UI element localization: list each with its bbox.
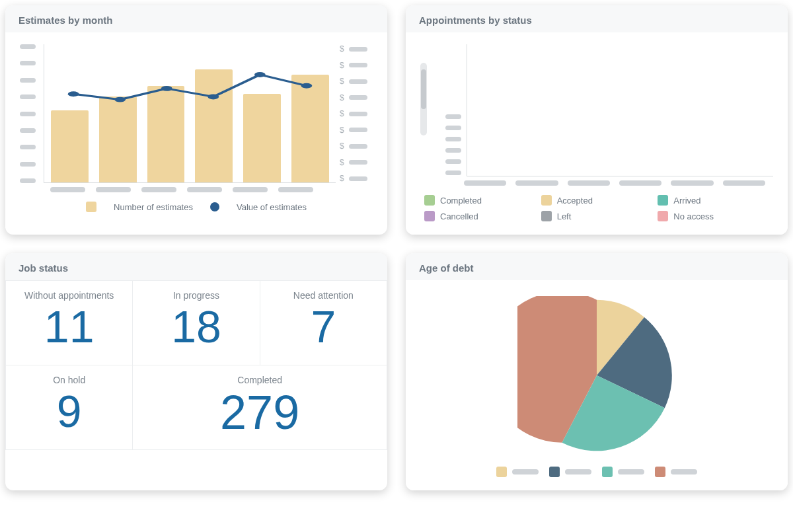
jobstatus-grid: Without appointments 11 In progress 18 N… (5, 280, 387, 450)
legend-swatch-completed (424, 195, 435, 206)
legend-swatch-left (541, 211, 552, 221)
appointments-card: Appointments by status (406, 5, 788, 235)
estimates-y-left-axis (20, 44, 40, 183)
legend-swatch-pie-d (655, 467, 665, 477)
estimates-plot-area (44, 44, 336, 183)
estimates-bar (291, 75, 329, 182)
legend-swatch-pie-a (496, 467, 507, 477)
appointments-title: Appointments by status (406, 5, 788, 32)
estimates-x-axis (20, 183, 373, 192)
appointments-x-axis (420, 176, 773, 186)
legend-swatch-arrived (658, 195, 668, 206)
estimates-y-right-axis: $ $ $ $ $ $ $ $ $ (340, 44, 373, 183)
jobstatus-cell-without-appointments[interactable]: Without appointments 11 (6, 281, 133, 365)
legend-swatch-bars (86, 202, 96, 212)
appointments-chart (420, 44, 773, 176)
legend-swatch-line (210, 202, 219, 211)
jobstatus-card: Job status Without appointments 11 In pr… (5, 253, 387, 490)
jobstatus-cell-need-attention[interactable]: Need attention 7 (260, 281, 387, 365)
legend-swatch-pie-c (602, 467, 613, 477)
jobstatus-title: Job status (5, 253, 387, 280)
svg-point-4 (254, 72, 266, 77)
estimates-bar (99, 96, 137, 182)
legend-swatch-cancelled (424, 211, 435, 221)
legend-label-line: Value of estimates (237, 202, 307, 212)
ageofdebt-pie (420, 292, 773, 457)
svg-point-0 (68, 91, 79, 96)
jobstatus-cell-on-hold[interactable]: On hold 9 (6, 365, 133, 450)
estimates-title: Estimates by month (5, 5, 387, 32)
ageofdebt-title: Age of debt (406, 253, 788, 280)
jobstatus-cell-in-progress[interactable]: In progress 18 (133, 281, 260, 365)
legend-swatch-pie-b (549, 467, 560, 477)
estimates-bar (243, 94, 281, 182)
appointments-plot-area (467, 44, 773, 176)
ageofdebt-legend (420, 457, 773, 477)
legend-swatch-accepted (541, 195, 552, 206)
appointments-y-axis (435, 44, 461, 176)
appointments-scrollbar[interactable] (420, 44, 430, 176)
legend-label-bars: Number of estimates (114, 202, 193, 212)
estimates-bar (147, 86, 185, 182)
estimates-bar (51, 110, 89, 182)
estimates-chart: $ $ $ $ $ $ $ $ $ (20, 44, 373, 183)
jobstatus-cell-completed[interactable]: Completed 279 (133, 365, 387, 450)
appointments-legend: Completed Accepted Arrived Cancelled Lef… (420, 186, 773, 221)
ageofdebt-card: Age of debt (406, 253, 788, 490)
estimates-legend: Number of estimates Value of estimates (20, 192, 373, 212)
legend-swatch-noaccess (658, 211, 668, 221)
estimates-card: Estimates by month (5, 5, 387, 235)
estimates-bar (195, 69, 233, 182)
